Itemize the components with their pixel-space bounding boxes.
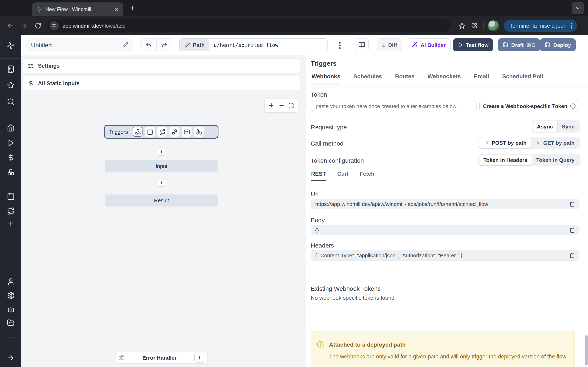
- path-value[interactable]: u/henri/spirited_flow: [210, 39, 282, 51]
- sidebar-item-search[interactable]: [0, 97, 21, 106]
- site-settings-icon[interactable]: [49, 21, 59, 30]
- browser-tab[interactable]: New Flow | Windmill: [32, 2, 123, 16]
- chrome-menu-icon[interactable]: [569, 23, 573, 29]
- back-button[interactable]: [3, 19, 17, 33]
- sidebar-item-runs[interactable]: [0, 138, 21, 148]
- tab-rest[interactable]: REST: [311, 171, 326, 181]
- sidebar-item-resources[interactable]: [0, 167, 21, 177]
- windmill-favicon: [36, 6, 42, 12]
- sidebar-item-routes[interactable]: [0, 206, 21, 216]
- sidebar-item-add[interactable]: [0, 219, 21, 229]
- call-method-post[interactable]: POST by path: [479, 137, 531, 148]
- building-icon: [7, 65, 15, 73]
- tab-routes[interactable]: Routes: [394, 73, 415, 84]
- undo-button[interactable]: [141, 39, 156, 51]
- docs-button[interactable]: [355, 38, 369, 51]
- trigger-websocket-button[interactable]: [169, 127, 179, 137]
- chrome-update-button[interactable]: Terminer la mise à jour: [504, 20, 577, 32]
- create-webhook-token-button[interactable]: Create a Webhook-specific Token: [479, 100, 579, 112]
- trigger-email-button[interactable]: [182, 127, 191, 137]
- body-value-box[interactable]: {}: [311, 225, 579, 235]
- trigger-schedule-button[interactable]: [145, 127, 155, 137]
- tab-curl[interactable]: Curl: [337, 171, 349, 181]
- sidebar-item-home[interactable]: [0, 123, 21, 133]
- draft-button[interactable]: Draft ⌘S: [498, 38, 540, 51]
- triggers-node[interactable]: Triggers: [104, 125, 218, 139]
- copy-clipboard-icon[interactable]: [570, 201, 575, 207]
- tab-schedules[interactable]: Schedules: [353, 73, 383, 84]
- result-node[interactable]: Result: [105, 194, 218, 206]
- user-icon: [7, 277, 15, 285]
- reload-button[interactable]: [31, 19, 45, 33]
- input-node[interactable]: Input: [105, 160, 218, 172]
- sidebar-item-audit-logs[interactable]: [0, 332, 21, 342]
- list-icon: [7, 333, 15, 341]
- token-in-headers[interactable]: Token in Headers: [479, 155, 532, 165]
- sidebar-item-settings[interactable]: [0, 290, 21, 300]
- tab-scheduled-poll[interactable]: Scheduled Poll: [502, 73, 544, 84]
- tab-fetch[interactable]: Fetch: [359, 171, 375, 181]
- copy-clipboard-icon[interactable]: [570, 227, 575, 233]
- redo-button[interactable]: [156, 39, 172, 51]
- headers-value-box[interactable]: { "Content-Type": "application/json", "A…: [311, 250, 579, 261]
- tab-close-icon[interactable]: [114, 7, 119, 12]
- request-type-sync[interactable]: Sync: [557, 121, 579, 132]
- url-value-box[interactable]: https://app.windmill.dev/api/w/windmill-…: [311, 199, 579, 209]
- sidebar-expand-button[interactable]: [0, 353, 21, 363]
- error-handler-node[interactable]: Error Handler: [115, 352, 208, 363]
- token-in-query[interactable]: Token in Query: [532, 155, 579, 165]
- back-icon: [7, 22, 14, 29]
- add-step-button[interactable]: [158, 179, 165, 187]
- tab-websockets[interactable]: Websockets: [427, 73, 462, 84]
- sidebar-item-workspace[interactable]: [0, 64, 21, 74]
- more-options-button[interactable]: [337, 40, 343, 50]
- token-input[interactable]: [311, 100, 476, 112]
- windmill-logo[interactable]: [0, 41, 21, 50]
- sidebar-item-users[interactable]: [0, 276, 21, 286]
- search-icon: [7, 98, 15, 105]
- deploy-button[interactable]: Deploy: [540, 38, 576, 51]
- boxes-icon: [7, 168, 15, 176]
- deploy-label: Deploy: [553, 42, 571, 48]
- tab-search-chevron-button[interactable]: [572, 2, 584, 14]
- trigger-route-button[interactable]: [157, 127, 167, 137]
- tab-email[interactable]: Email: [473, 73, 490, 84]
- fit-view-icon[interactable]: [288, 103, 294, 108]
- plus-icon: [197, 355, 201, 360]
- new-tab-icon[interactable]: [129, 4, 136, 11]
- ai-builder-button[interactable]: AI Builder: [407, 38, 451, 51]
- sidebar-item-schedules[interactable]: [0, 191, 21, 201]
- settings-bar[interactable]: Settings: [22, 58, 300, 73]
- url-bar[interactable]: app.windmill.dev/flows/add: [47, 19, 451, 32]
- bookmark-star-icon[interactable]: [458, 22, 466, 29]
- sidebar-item-workers[interactable]: [0, 304, 21, 314]
- create-webhook-token-label: Create a Webhook-specific Token: [483, 103, 567, 109]
- panel-scrollbar[interactable]: [585, 335, 588, 365]
- bug-icon: [119, 355, 125, 360]
- profile-avatar[interactable]: [488, 20, 499, 31]
- diff-button[interactable]: ± Diff: [377, 38, 402, 51]
- forward-button[interactable]: [17, 19, 31, 33]
- trigger-webhook-button[interactable]: [133, 127, 143, 137]
- extensions-puzzle-icon[interactable]: [471, 22, 478, 29]
- flow-path-field[interactable]: Path u/henri/spirited_flow: [179, 38, 328, 51]
- trigger-scheduled-poll-button[interactable]: [194, 127, 204, 137]
- sidebar-item-folders[interactable]: [0, 318, 21, 327]
- zoom-out-icon[interactable]: [278, 102, 285, 108]
- zoom-in-icon[interactable]: [268, 102, 274, 108]
- copy-clipboard-icon[interactable]: [570, 253, 575, 258]
- sidebar-item-variables[interactable]: [0, 152, 21, 162]
- triggers-node-label: Triggers: [109, 129, 128, 135]
- test-flow-button[interactable]: Test flow: [453, 38, 493, 51]
- tab-webhooks[interactable]: Webhooks: [311, 73, 341, 84]
- call-method-get[interactable]: GET by path: [531, 137, 579, 148]
- sidebar-item-favorites[interactable]: [0, 80, 21, 90]
- test-flow-label: Test flow: [466, 42, 489, 48]
- all-static-inputs-bar[interactable]: All Static Inputs: [22, 76, 300, 91]
- flow-name-field[interactable]: Untitled: [26, 38, 133, 51]
- add-error-handler-button[interactable]: [194, 353, 204, 363]
- path-label-segment: Path: [180, 39, 210, 51]
- flow-canvas[interactable]: Settings All Static Inputs Triggers: [21, 55, 306, 367]
- add-step-button[interactable]: [158, 148, 165, 156]
- request-type-async[interactable]: Async: [532, 121, 557, 132]
